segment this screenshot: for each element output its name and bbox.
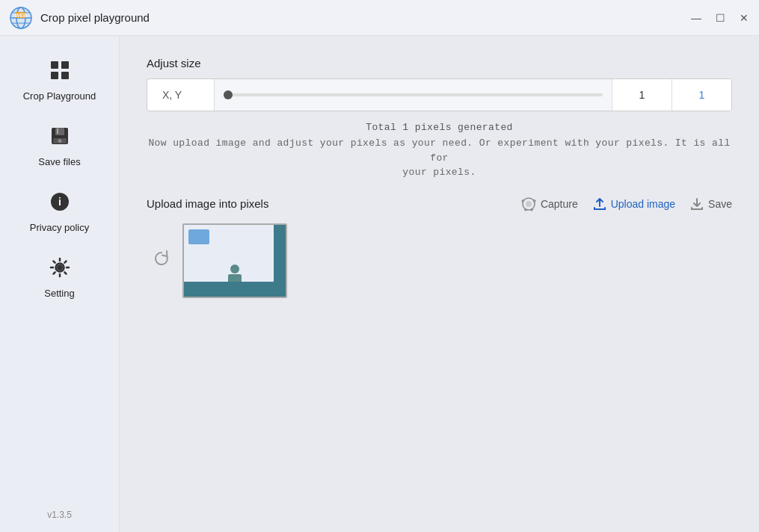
maximize-button[interactable]: ☐	[714, 12, 726, 24]
slider-thumb[interactable]	[224, 90, 233, 99]
upload-icon	[593, 197, 606, 211]
version-label: v1.3.5	[47, 510, 72, 520]
privacy-policy-icon: i	[49, 191, 70, 217]
person-head	[230, 265, 239, 273]
save-button[interactable]: Save	[690, 197, 732, 211]
slider-track[interactable]	[224, 93, 603, 96]
svg-point-16	[58, 139, 61, 143]
title-bar-left: WEB Crop pixel playground	[9, 6, 150, 30]
upload-label: Upload image	[611, 198, 675, 210]
sidebar-item-save-files[interactable]: Save files	[0, 117, 119, 176]
svg-rect-13	[55, 128, 64, 135]
size-row: X, Y	[147, 78, 732, 111]
upload-header: Upload image into pixels Capture	[147, 197, 732, 211]
svg-rect-11	[61, 72, 69, 79]
save-icon	[690, 197, 704, 211]
capture-icon	[521, 197, 536, 211]
preview-teal-bar	[274, 225, 286, 297]
title-bar: WEB Crop pixel playground — ☐ ✕	[0, 0, 759, 36]
svg-rect-8	[51, 61, 58, 69]
preview-person	[228, 265, 242, 282]
info-section: Total 1 pixels generated Now upload imag…	[147, 122, 732, 180]
upload-button[interactable]: Upload image	[593, 197, 675, 211]
sidebar-item-label-setting: Setting	[44, 288, 74, 299]
pixels-instruction-text: Now upload image and adjust your pixels …	[147, 136, 732, 180]
svg-point-19	[57, 265, 63, 270]
pixels-generated-text: Total 1 pixels generated	[147, 122, 732, 133]
minimize-button[interactable]: —	[690, 12, 702, 24]
window-controls: — ☐ ✕	[690, 12, 750, 24]
capture-label: Capture	[541, 198, 578, 210]
camera-refresh-icon[interactable]	[153, 250, 170, 272]
size-slider-area[interactable]	[215, 79, 612, 111]
sidebar-item-setting[interactable]: Setting	[0, 248, 119, 308]
upload-title: Upload image into pixels	[147, 197, 268, 210]
save-files-icon	[49, 126, 70, 152]
preview-container	[182, 223, 287, 298]
size-input-y[interactable]	[672, 79, 731, 111]
svg-text:i: i	[58, 196, 61, 208]
upload-section: Upload image into pixels Capture	[147, 197, 732, 298]
main-content: Adjust size X, Y Total 1 pixels generate…	[120, 36, 759, 532]
app-body: Crop Playground Save files i	[0, 36, 759, 532]
size-input-x[interactable]	[612, 79, 672, 111]
svg-rect-9	[61, 61, 69, 69]
xy-label: X, Y	[147, 79, 215, 111]
sidebar-item-label-save-files: Save files	[38, 156, 80, 167]
sidebar: Crop Playground Save files i	[0, 36, 120, 532]
preview-bottom-bar	[184, 282, 274, 297]
sidebar-item-crop-playground[interactable]: Crop Playground	[0, 51, 119, 111]
person-body	[228, 274, 242, 282]
svg-text:WEB: WEB	[15, 13, 27, 18]
camera-row	[147, 223, 732, 298]
svg-point-22	[526, 201, 532, 207]
save-label: Save	[708, 198, 732, 210]
svg-rect-14	[57, 129, 58, 134]
sidebar-item-label-privacy-policy: Privacy policy	[30, 222, 89, 233]
action-buttons: Capture Upload image	[521, 197, 732, 211]
app-title: Crop pixel playground	[40, 11, 150, 24]
adjust-size-section: Adjust size X, Y	[147, 57, 732, 122]
sidebar-item-privacy-policy[interactable]: i Privacy policy	[0, 182, 119, 242]
crop-playground-icon	[49, 60, 70, 86]
adjust-size-label: Adjust size	[147, 57, 732, 69]
preview-blue-corner	[188, 229, 209, 244]
app-icon: WEB	[9, 6, 33, 30]
close-button[interactable]: ✕	[738, 12, 750, 24]
capture-button[interactable]: Capture	[521, 197, 578, 211]
svg-rect-10	[51, 72, 58, 79]
sidebar-item-label-crop-playground: Crop Playground	[23, 90, 96, 102]
setting-icon	[49, 257, 70, 283]
